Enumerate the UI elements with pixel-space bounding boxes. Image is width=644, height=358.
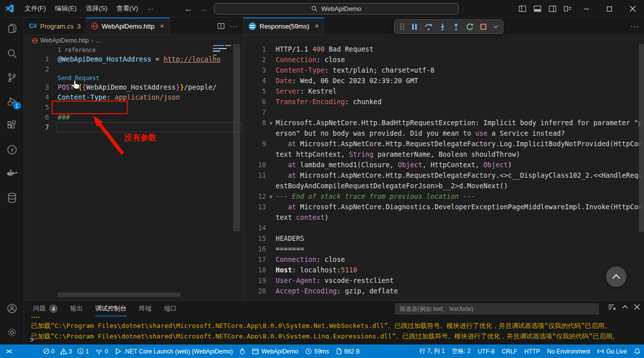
codelens-row[interactable]: Send Request bbox=[24, 74, 243, 82]
go-live-status[interactable]: Go Live bbox=[594, 344, 630, 358]
clock-icon bbox=[305, 348, 312, 354]
menu-selection[interactable]: 选择(S) bbox=[81, 4, 112, 13]
codelens-row[interactable]: 1 reference bbox=[24, 46, 243, 54]
close-tab-icon[interactable]: × bbox=[160, 22, 164, 30]
problems-status[interactable]: 0 3 1 bbox=[40, 344, 92, 358]
hot-reload-status[interactable] bbox=[236, 344, 249, 358]
debug-step-into-icon[interactable] bbox=[439, 23, 446, 31]
right-editor-scrollbar[interactable] bbox=[639, 44, 644, 232]
code-line: 5Server: Kestrel bbox=[244, 86, 644, 97]
menu-view[interactable]: 查看(V) bbox=[112, 4, 142, 13]
debug-step-over-icon[interactable] bbox=[424, 23, 433, 31]
debug-stop-icon[interactable] bbox=[480, 24, 487, 30]
fold-chevron-icon[interactable]: ∨ bbox=[266, 118, 276, 128]
response-time-status[interactable]: 59ms bbox=[302, 344, 332, 358]
minimap[interactable] bbox=[213, 44, 233, 64]
mouse-hand-cursor bbox=[71, 80, 81, 91]
code-line: text httpContext, String parameterName, … bbox=[244, 149, 644, 160]
panel-tab-output[interactable]: 输出 bbox=[70, 301, 83, 316]
eol-status[interactable]: CRLF bbox=[498, 344, 521, 358]
left-tab-bar: C# Program.cs 3 WebApiDemo.http × ··· bbox=[24, 18, 243, 35]
debug-restart-icon[interactable] bbox=[466, 23, 474, 31]
console-output-line: 已加载“C:\Program Files\dotnet\shared\Micro… bbox=[31, 320, 644, 331]
nav-forward-icon[interactable]: → bbox=[199, 5, 207, 14]
extensions-icon[interactable] bbox=[0, 114, 24, 138]
rest-client-environment-status[interactable]: No Environment bbox=[544, 344, 594, 358]
debug-step-out-icon[interactable] bbox=[453, 23, 460, 31]
customize-layout-icon[interactable] bbox=[560, 0, 575, 18]
toggle-sidebar-icon[interactable] bbox=[515, 0, 530, 18]
scroll-to-top-button[interactable] bbox=[606, 266, 626, 287]
debug-console-output[interactable]: 用。已加载“C:\Program Files\dotnet\shared\Mic… bbox=[24, 316, 644, 339]
breadcrumb[interactable]: WebApiDemo.http › ... bbox=[24, 35, 243, 46]
window-icon bbox=[252, 348, 259, 354]
panel-tab-debug-console[interactable]: 调试控制台 bbox=[95, 301, 127, 316]
feedback-bell-icon[interactable] bbox=[630, 344, 644, 358]
encoding-status[interactable]: UTF-8 bbox=[474, 344, 498, 358]
more-actions-icon[interactable]: ··· bbox=[230, 22, 238, 30]
panel-tab-ports[interactable]: 端口 bbox=[164, 301, 177, 316]
nav-back-icon[interactable]: ← bbox=[184, 5, 192, 14]
language-mode-status[interactable]: HTTP bbox=[521, 344, 543, 358]
settings-gear-icon[interactable] bbox=[0, 320, 24, 344]
close-window-button[interactable] bbox=[621, 0, 644, 18]
docker-icon[interactable] bbox=[0, 162, 24, 186]
toggle-secondary-sidebar-icon[interactable] bbox=[545, 0, 560, 18]
maximize-button[interactable] bbox=[598, 0, 621, 18]
run-debug-icon[interactable]: 1 bbox=[0, 90, 24, 114]
close-panel-icon[interactable] bbox=[634, 304, 640, 310]
account-icon[interactable] bbox=[0, 296, 24, 320]
menu-file[interactable]: 文件(F) bbox=[20, 4, 51, 13]
panel-tab-terminal[interactable]: 终端 bbox=[139, 301, 152, 316]
tab-webapidemo-http[interactable]: WebApiDemo.http × bbox=[86, 18, 169, 35]
response-editor[interactable]: 1HTTP/1.1 400 Bad Request2Connection: cl… bbox=[244, 35, 644, 296]
collapse-panel-icon[interactable] bbox=[622, 305, 628, 309]
radio-tower-icon bbox=[96, 348, 102, 354]
toolbar-drag-grip[interactable] bbox=[399, 23, 404, 31]
panel-tab-problems[interactable]: 问题 4 bbox=[33, 301, 58, 316]
annotation-label: 没有参数 bbox=[124, 133, 156, 143]
http-globe-icon bbox=[91, 23, 98, 30]
tab-response[interactable]: Response(59ms) × bbox=[244, 18, 324, 35]
left-editor-vertical-scrollbar[interactable] bbox=[233, 44, 240, 231]
split-editor-icon[interactable] bbox=[218, 23, 225, 30]
response-size-status[interactable]: 982 B bbox=[333, 344, 363, 358]
console-output-line: 已加载“C:\Program Files\dotnet\shared\Micro… bbox=[31, 331, 644, 339]
code-line: 6Transfer-Encoding: chunked bbox=[244, 97, 644, 107]
workspace-status[interactable]: WebApiDemo bbox=[249, 344, 302, 358]
toolbar-dropdown-chevron-icon[interactable] bbox=[493, 25, 498, 29]
toggle-panel-icon[interactable] bbox=[530, 0, 545, 18]
clear-console-icon[interactable] bbox=[608, 303, 616, 310]
source-control-icon[interactable] bbox=[0, 66, 24, 90]
ports-status[interactable]: 0 bbox=[92, 344, 112, 358]
menu-edit[interactable]: 编辑(E) bbox=[51, 4, 81, 13]
code-line: 12∨--- End of stack trace from previous … bbox=[244, 191, 644, 202]
indentation-status[interactable]: 空格: 2 bbox=[449, 344, 474, 358]
debug-console-filter-input[interactable] bbox=[395, 303, 599, 314]
minimize-button[interactable] bbox=[575, 0, 598, 18]
search-sidebar-icon[interactable] bbox=[0, 42, 24, 66]
command-center-search[interactable]: WebApiDemo bbox=[214, 3, 459, 15]
debug-pause-icon[interactable] bbox=[411, 23, 418, 31]
explorer-icon[interactable] bbox=[0, 18, 24, 42]
code-line: 3Content-Type: text/plain; charset=utf-8 bbox=[244, 65, 644, 76]
right-more-actions-icon[interactable]: ··· bbox=[630, 22, 639, 30]
tab-program-cs[interactable]: C# Program.cs 3 bbox=[24, 18, 86, 35]
code-line: 14 bbox=[244, 223, 644, 233]
fold-chevron-icon[interactable]: ∨ bbox=[266, 191, 276, 202]
code-line: 4Date: Wed, 06 Dec 2023 02:39:20 GMT bbox=[244, 76, 644, 86]
code-line: 18Host: localhost:5110 bbox=[244, 265, 644, 275]
cursor-position-status[interactable]: 行 7, 列 1 bbox=[416, 344, 449, 358]
debug-start-icon bbox=[115, 348, 121, 354]
database-icon[interactable] bbox=[0, 186, 24, 210]
menu-more[interactable]: ··· bbox=[143, 5, 158, 13]
console-output-line: 用。 bbox=[31, 316, 644, 320]
editor-group-left: C# Program.cs 3 WebApiDemo.http × ··· We… bbox=[24, 18, 243, 300]
circle-branch-extension-icon[interactable] bbox=[0, 138, 24, 162]
close-response-tab-icon[interactable]: × bbox=[315, 22, 319, 30]
repl-prompt-chevron[interactable]: > bbox=[30, 336, 34, 343]
code-line: 13 at Microsoft.AspNetCore.Diagnostics.D… bbox=[244, 202, 644, 212]
debug-launch-status[interactable]: .NET Core Launch (web) (WebApiDemo) bbox=[112, 344, 237, 358]
remote-indicator[interactable]: >< bbox=[0, 344, 16, 358]
left-editor-horizontal-scrollbar[interactable] bbox=[58, 292, 180, 297]
